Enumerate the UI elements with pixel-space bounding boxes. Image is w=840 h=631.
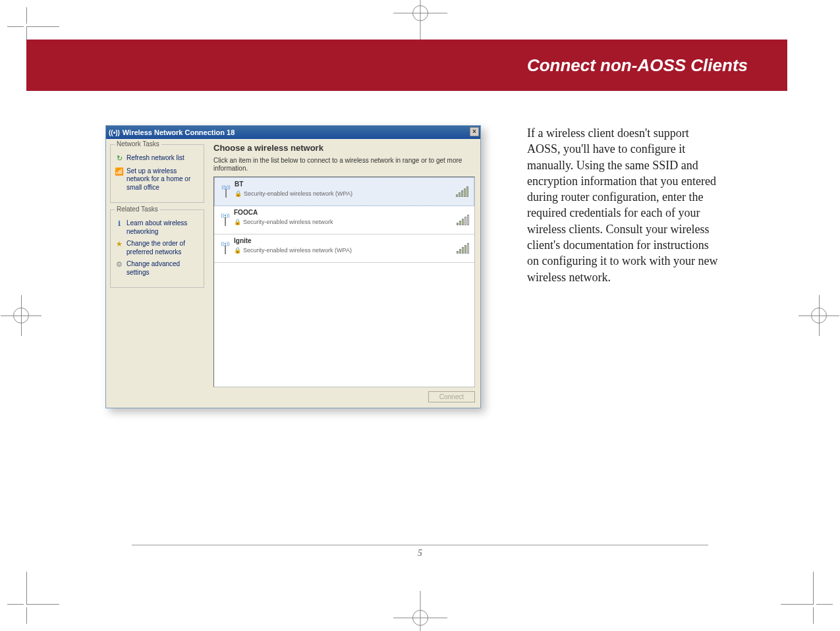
task-learn[interactable]: ℹ Learn about wireless networking [115,219,200,236]
network-name: FOOCA [234,209,470,216]
lock-icon: 🔒 [234,219,241,225]
task-advanced[interactable]: ⚙ Change advanced settings [115,260,200,277]
task-refresh[interactable]: ↻ Refresh network list [115,154,200,163]
info-icon: ℹ [115,219,124,229]
choose-network-title: Choose a wireless network [213,143,475,153]
svg-rect-5 [225,245,226,254]
wireless-icon: ((•)) [109,129,120,136]
network-name: BT [235,180,470,188]
task-label: Refresh network list [126,154,184,163]
signal-strength-icon [457,243,469,254]
task-label: Change advanced settings [126,260,200,277]
crop-mark-top [0,0,840,26]
related-tasks-group: Related Tasks ℹ Learn about wireless net… [110,209,204,288]
page-title: Connect non-AOSS Clients [527,55,748,76]
close-button[interactable]: × [470,127,479,136]
network-tasks-group: Network Tasks ↻ Refresh network list 📶 S… [110,144,204,203]
footer-divider [132,545,708,545]
crop-mark-right [811,308,827,323]
refresh-icon: ↻ [115,154,124,163]
body-paragraph: If a wireless client doesn't support AOS… [527,125,718,285]
network-security: Security-enabled wireless network [243,219,333,225]
header-bar: Connect non-AOSS Clients [26,40,787,91]
network-security: Security-enabled wireless network (WPA) [243,247,352,254]
lock-icon: 🔒 [234,247,241,254]
crop-corner [26,572,59,605]
crop-corner [781,572,814,605]
antenna-icon: ((•)) [217,209,234,230]
task-label: Set up a wireless network for a home or … [126,167,200,192]
crop-mark-bottom [0,605,840,631]
window-title: Wireless Network Connection 18 [123,128,235,136]
choose-network-description: Click an item in the list below to conne… [213,157,475,173]
svg-rect-1 [225,188,227,198]
group-title: Network Tasks [115,140,161,148]
network-item[interactable]: ((•)) FOOCA 🔒Security-enabled wireless n… [214,206,474,234]
svg-rect-3 [225,217,226,226]
task-label: Change the order of preferred networks [126,240,200,256]
task-change-order[interactable]: ★ Change the order of preferred networks [115,240,200,256]
network-item[interactable]: ((•)) BT 🔒Security-enabled wireless netw… [214,177,474,206]
task-label: Learn about wireless networking [126,219,200,236]
crop-mark-left [13,308,29,323]
antenna-icon: ((•)) [217,180,235,202]
signal-strength-icon [456,186,468,197]
right-panel: Choose a wireless network Click an item … [208,139,480,408]
star-icon: ★ [115,240,124,249]
network-name: Ignite [234,237,470,244]
group-title: Related Tasks [115,206,160,213]
signal-strength-icon [457,215,469,225]
network-item[interactable]: ((•)) Ignite 🔒Security-enabled wireless … [214,234,474,263]
network-list[interactable]: ((•)) BT 🔒Security-enabled wireless netw… [213,177,475,387]
lock-icon: 🔒 [235,190,242,197]
titlebar: ((•)) Wireless Network Connection 18 × [106,126,480,139]
page-number: 5 [418,548,422,559]
wireless-dialog: ((•)) Wireless Network Connection 18 × N… [105,125,481,408]
gear-icon: ⚙ [115,260,124,269]
task-setup-wireless[interactable]: 📶 Set up a wireless network for a home o… [115,167,200,192]
antenna-icon: ((•)) [217,237,234,258]
network-security: Security-enabled wireless network (WPA) [244,190,352,197]
setup-icon: 📶 [115,167,124,177]
connect-button[interactable]: Connect [428,391,475,402]
left-panel: Network Tasks ↻ Refresh network list 📶 S… [106,139,208,408]
